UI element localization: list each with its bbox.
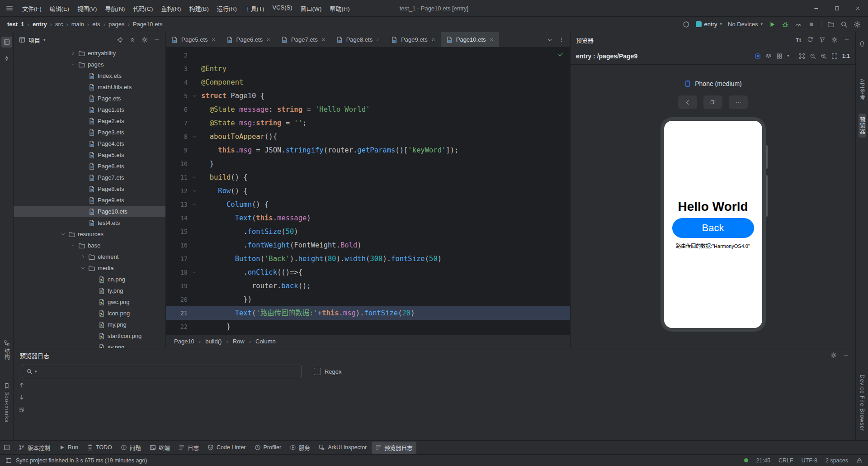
tab-Page5.ets[interactable]: Page5.ets (166, 32, 221, 47)
stop-button[interactable] (808, 21, 815, 28)
encoding-indicator[interactable]: UTF-8 (802, 457, 817, 464)
collapse-all-icon[interactable] (129, 37, 136, 43)
tree-item-Page10.ets[interactable]: Page10.ets (14, 206, 165, 217)
tree-item-Index.ets[interactable]: Index.ets (14, 70, 165, 81)
project-panel-title[interactable]: 项目 (28, 36, 40, 44)
app-back-button[interactable]: Back (672, 218, 754, 238)
menu-item-10[interactable]: 窗口(W) (297, 2, 326, 14)
tool-strip-Device File Browser[interactable]: Device File Browser (859, 371, 866, 435)
code-line-4[interactable]: 4@Component (166, 76, 570, 89)
tool-button-TODO[interactable]: TODO (83, 442, 116, 452)
tool-button-Run[interactable]: Run (55, 442, 82, 452)
tabs-dropdown-icon[interactable] (547, 37, 553, 43)
refresh-preview-icon[interactable] (807, 37, 813, 43)
breadcrumb-src[interactable]: src (53, 20, 65, 29)
menu-item-6[interactable]: 构建(B) (185, 2, 212, 14)
close-button[interactable] (847, 0, 868, 16)
preview-pages-button[interactable] (703, 95, 722, 109)
hide-preview-icon[interactable] (844, 37, 850, 43)
tree-item-Page7.ets[interactable]: Page7.ets (14, 172, 165, 183)
tree-item-element[interactable]: element (14, 251, 165, 262)
fit-to-screen-icon[interactable] (831, 53, 838, 59)
editor-crumb-build()[interactable]: build() (203, 337, 223, 346)
tree-item-fy.png[interactable]: fy.png (14, 285, 165, 296)
tree-item-Page4.ets[interactable]: Page4.ets (14, 138, 165, 149)
tab-Page8.ets[interactable]: Page8.ets (331, 32, 386, 47)
tab-Page7.ets[interactable]: Page7.ets (276, 32, 331, 47)
breadcrumb-pages[interactable]: pages (107, 20, 126, 29)
code-line-19[interactable]: 19 router.back(); (166, 279, 570, 293)
breadcrumb-test_1[interactable]: test_1 (5, 20, 26, 29)
code-line-3[interactable]: 3@Entry (166, 62, 570, 76)
code-line-9[interactable]: 9 this.msg = JSON.stringify(router.getPa… (166, 143, 570, 157)
tree-item-resources[interactable]: resources (14, 228, 165, 240)
editor-crumb-Column[interactable]: Column (254, 337, 278, 346)
project-options-icon[interactable] (142, 37, 148, 43)
menu-item-11[interactable]: 帮助(H) (326, 2, 354, 14)
code-line-13[interactable]: 13 Column() { (166, 198, 570, 211)
tab-Page9.ets[interactable]: Page9.ets (386, 32, 441, 47)
tree-item-icon.png[interactable]: icon.png (14, 308, 165, 319)
grid-view-icon[interactable] (776, 53, 783, 59)
structure-tool-button[interactable]: 结构 (3, 337, 11, 363)
code-line-7[interactable]: 7 @State msg:string = ''; (166, 116, 570, 130)
preview-settings-icon[interactable] (831, 37, 838, 43)
maximize-button[interactable] (826, 0, 847, 16)
menu-item-7[interactable]: 运行(R) (213, 2, 241, 14)
tree-item-Page8.ets[interactable]: Page8.ets (14, 183, 165, 195)
close-icon[interactable] (376, 37, 381, 42)
tree-item-sy.png[interactable]: sy.png (14, 342, 165, 348)
search-everywhere-icon[interactable] (840, 21, 848, 28)
tool-button-终端[interactable]: 终端 (146, 442, 174, 454)
tree-item-Page1.ets[interactable]: Page1.ets (14, 104, 165, 115)
code-line-12[interactable]: 12 Row() { (166, 184, 570, 198)
tree-item-mathUtils.ets[interactable]: mathUtils.ets (14, 81, 165, 93)
device-selector[interactable]: No Devices ▾ (728, 21, 763, 28)
code-line-15[interactable]: 15 .fontSize(50) (166, 225, 570, 238)
tool-strip-API参考[interactable]: API参考 (859, 76, 866, 104)
window-layout-icon[interactable] (4, 444, 10, 451)
tree-item-Page9.ets[interactable]: Page9.ets (14, 195, 165, 206)
log-search-input[interactable] (39, 368, 297, 375)
profiler-button[interactable] (795, 21, 802, 28)
tree-item-test4.ets[interactable]: test4.ets (14, 217, 165, 228)
code-line-5[interactable]: 5struct Page10 { (166, 89, 570, 103)
indent-indicator[interactable]: 2 spaces (826, 457, 848, 464)
tree-item-gwc.png[interactable]: gwc.png (14, 296, 165, 308)
tool-strip-预览器[interactable]: 预览器 (859, 114, 866, 138)
run-config-selector[interactable]: entry ▾ (696, 21, 722, 28)
close-icon[interactable] (211, 37, 216, 42)
breadcrumb-main[interactable]: main (70, 20, 86, 29)
chevron-down-icon[interactable]: ▾ (43, 38, 46, 42)
zoom-in-icon[interactable] (821, 53, 827, 59)
menu-item-9[interactable]: VCS(S) (268, 2, 296, 14)
menu-item-1[interactable]: 编辑(E) (46, 2, 73, 14)
code-line-6[interactable]: 6 @State message: string = 'Hello World' (166, 103, 570, 116)
scroll-to-end-icon[interactable] (19, 394, 25, 400)
minimize-button[interactable] (806, 0, 826, 16)
menu-item-8[interactable]: 工具(T) (241, 2, 269, 14)
scroll-to-top-icon[interactable] (19, 382, 25, 388)
notifications-button[interactable] (857, 38, 868, 49)
tool-button-预览器日志[interactable]: 预览器日志 (372, 442, 416, 454)
tree-item-Page5.ets[interactable]: Page5.ets (14, 149, 165, 161)
log-settings-icon[interactable] (830, 352, 837, 358)
preview-back-button[interactable] (678, 95, 697, 109)
tab-Page6.ets[interactable]: Page6.ets (221, 32, 276, 47)
menu-item-2[interactable]: 视图(V) (73, 2, 101, 14)
code-line-18[interactable]: 18 .onClick(()=>{ (166, 266, 570, 279)
tree-item-base[interactable]: base (14, 240, 165, 251)
tree-item-entryability[interactable]: entryability (14, 48, 165, 59)
tab-Page10.ets[interactable]: Page10.ets (441, 32, 499, 47)
close-icon[interactable] (266, 37, 271, 42)
tree-item-cn.png[interactable]: cn.png (14, 274, 165, 285)
menu-item-3[interactable]: 导航(N) (101, 2, 129, 14)
line-ending-indicator[interactable]: CRLF (778, 457, 793, 464)
tool-button-问题[interactable]: 问题 (117, 442, 145, 454)
hide-log-panel-icon[interactable] (843, 352, 849, 358)
font-scale-toggle[interactable]: Tt (796, 37, 801, 43)
tree-item-startIcon.png[interactable]: startIcon.png (14, 330, 165, 342)
run-button[interactable] (769, 21, 776, 28)
build-mode-icon[interactable] (683, 21, 690, 28)
editor-crumb-Page10[interactable]: Page10 (172, 337, 196, 346)
